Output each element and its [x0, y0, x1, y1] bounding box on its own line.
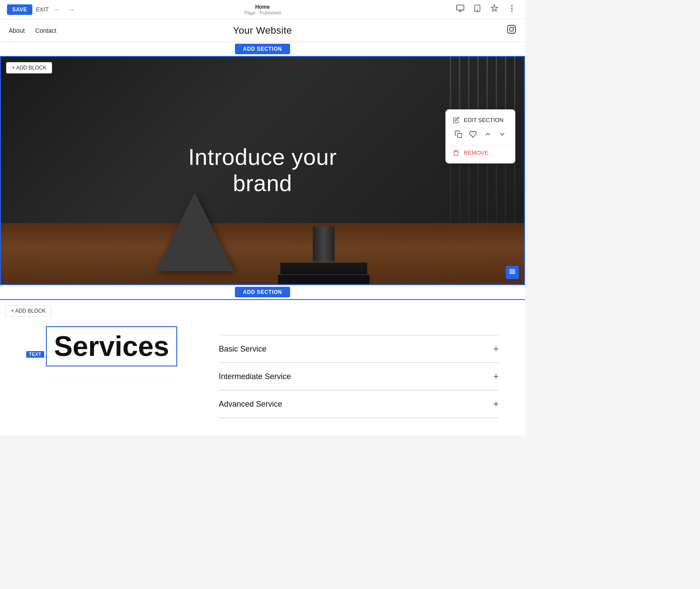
hero-text: Introduce your brand	[153, 144, 372, 197]
svg-rect-0	[457, 5, 464, 10]
service-item-advanced[interactable]: Advanced Service +	[219, 390, 499, 418]
svg-point-4	[511, 8, 512, 9]
exit-button[interactable]: EXIT	[36, 6, 49, 13]
service-item-intermediate[interactable]: Intermediate Service +	[219, 363, 499, 390]
site-title: Your Website	[233, 25, 292, 36]
magic-button[interactable]	[488, 2, 500, 17]
popup-icon-row	[446, 127, 515, 144]
svg-point-2	[477, 10, 478, 11]
svg-rect-6	[508, 25, 515, 33]
toolbar-left: SAVE EXIT ← →	[7, 4, 77, 15]
add-section-middle-button[interactable]: ADD SECTION	[235, 287, 290, 297]
edit-section-button[interactable]: EDIT SECTION	[446, 113, 515, 127]
cylinder-object	[313, 227, 335, 261]
add-block-hero-button[interactable]: + ADD BLOCK	[6, 62, 52, 73]
remove-section-button[interactable]: REMOVE	[446, 146, 515, 160]
desktop-view-button[interactable]	[454, 2, 466, 17]
site-nav: About Contact	[9, 27, 56, 34]
svg-point-7	[509, 27, 513, 31]
services-title: Services	[54, 331, 169, 362]
add-block-services-button[interactable]: + ADD BLOCK	[5, 305, 51, 317]
svg-point-3	[511, 5, 512, 6]
toolbar: SAVE EXIT ← → Home Page · Published	[0, 0, 525, 19]
site-header: About Contact Your Website	[0, 19, 525, 42]
toolbar-center: Home Page · Published	[244, 4, 280, 15]
add-section-bar-top: ADD SECTION	[0, 42, 525, 56]
remove-label: REMOVE	[464, 150, 488, 156]
service-plus-advanced: +	[493, 398, 499, 410]
nav-about[interactable]: About	[9, 27, 25, 34]
page-status: Page · Published	[244, 10, 280, 15]
svg-point-8	[513, 27, 514, 28]
add-section-bar-middle: ADD SECTION	[0, 285, 525, 299]
canvas: ADD SECTION + ADD BLOCK	[0, 42, 525, 436]
edit-section-popup: EDIT SECTION REMOVE	[445, 109, 515, 164]
hero-section: + ADD BLOCK	[0, 56, 525, 285]
block-control-button[interactable]	[506, 266, 519, 279]
svg-rect-13	[458, 133, 462, 138]
nav-contact[interactable]: Contact	[35, 27, 56, 34]
services-section-inner: TEXT Services Basic Service + Intermedia…	[26, 326, 499, 418]
more-options-button[interactable]	[506, 2, 518, 17]
service-name-basic: Basic Service	[219, 345, 266, 354]
copy-section-button[interactable]	[455, 130, 462, 140]
book-stack	[278, 227, 370, 284]
service-plus-basic: +	[493, 343, 499, 355]
page-name: Home	[244, 4, 280, 10]
save-button[interactable]: SAVE	[7, 4, 32, 15]
book-top	[280, 262, 368, 275]
service-name-intermediate: Intermediate Service	[219, 372, 291, 381]
book-bottom	[278, 275, 370, 284]
pyramid-shape	[155, 192, 234, 271]
hero-line1: Introduce your	[188, 144, 337, 170]
instagram-icon[interactable]	[507, 24, 516, 36]
service-item-basic[interactable]: Basic Service +	[219, 335, 499, 363]
redo-button[interactable]: →	[66, 4, 77, 15]
move-up-button[interactable]	[484, 130, 492, 140]
undo-button[interactable]: ←	[52, 4, 63, 15]
tablet-view-button[interactable]	[472, 2, 483, 17]
service-name-advanced: Advanced Service	[219, 400, 282, 409]
toolbar-right	[454, 2, 518, 17]
services-title-box[interactable]: Services	[46, 326, 177, 366]
hero-background: Introduce your brand	[1, 57, 524, 284]
services-list: Basic Service + Intermediate Service + A…	[219, 326, 499, 418]
add-section-top-button[interactable]: ADD SECTION	[235, 44, 290, 54]
svg-point-5	[511, 10, 512, 11]
move-down-button[interactable]	[498, 130, 506, 140]
services-left: TEXT Services	[26, 326, 192, 366]
edit-section-label: EDIT SECTION	[464, 117, 504, 123]
text-tag: TEXT	[26, 351, 44, 358]
favorite-section-button[interactable]	[469, 130, 477, 140]
hero-line2: brand	[233, 171, 292, 196]
services-section: + ADD BLOCK TEXT Services Basic Service …	[0, 299, 525, 436]
service-plus-intermediate: +	[493, 371, 499, 382]
